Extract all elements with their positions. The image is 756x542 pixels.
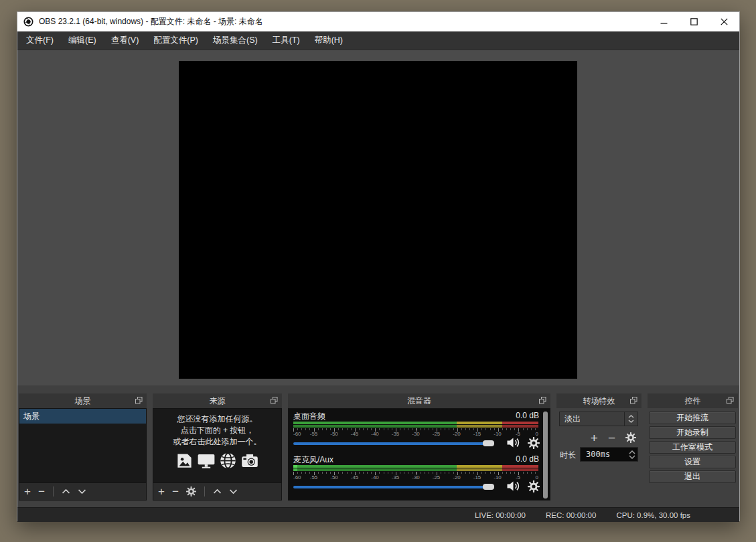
volume-slider-track[interactable] [293,486,486,488]
dock-float-icon[interactable] [630,397,637,404]
dock-float-icon[interactable] [539,397,546,404]
status-bar: LIVE: 00:00:00 REC: 00:00:00 CPU: 0.9%, … [17,507,739,522]
close-button[interactable] [709,12,739,31]
exit-button[interactable]: 退出 [649,470,736,483]
meter-tick-label: -45 [351,474,359,480]
channel-settings-gear-icon[interactable] [528,480,540,492]
menu-help[interactable]: 帮助(H) [307,31,350,50]
dock-float-icon[interactable] [727,397,734,404]
duration-input[interactable]: 300ms [580,447,638,462]
duration-spinner[interactable] [626,448,637,461]
remove-transition-button[interactable]: − [608,432,615,444]
meter-tick-label: -60 [293,474,301,480]
maximize-button[interactable] [679,12,709,31]
meter-tick-label: -35 [392,431,400,437]
mic-live-level [293,465,297,471]
volume-slider[interactable] [293,440,494,447]
meter-tick-label: -5 [516,474,520,480]
menu-profile[interactable]: 配置文件(P) [146,31,206,50]
meter-tick-label: -20 [453,431,461,437]
chevron-up-icon [628,415,634,418]
menu-edit[interactable]: 编辑(E) [61,31,104,50]
scene-list-item[interactable]: 场景 [19,409,146,424]
channel-name: 麦克风/Aux [293,454,333,464]
title-bar[interactable]: OBS 23.2.1 (64-bit, windows) - 配置文件: 未命名… [17,12,739,31]
transitions-panel: 转场特效 淡出 + − [556,393,641,501]
add-source-button[interactable]: + [158,486,165,497]
meter-tick-label: -15 [473,474,481,480]
transition-duration-row: 时长 300ms [559,447,638,462]
toolbar-divider [53,486,54,496]
scene-down-button[interactable] [78,488,86,494]
menu-bar: 文件(F) 编辑(E) 查看(V) 配置文件(P) 场景集合(S) 工具(T) … [17,31,739,50]
meter-tick-label: -30 [412,474,420,480]
menu-scene-collection[interactable]: 场景集合(S) [206,31,265,50]
volume-slider-handle[interactable] [483,484,494,490]
meter-tick-label: -55 [310,474,318,480]
controls-panel-header[interactable]: 控件 [648,393,738,408]
source-down-button[interactable] [229,488,238,494]
settings-button[interactable]: 设置 [649,456,736,468]
minimize-button[interactable] [649,12,679,31]
chevron-up-icon [629,450,635,454]
menu-file[interactable]: 文件(F) [19,31,61,50]
live-time: LIVE: 00:00:00 [475,511,526,519]
volume-slider[interactable] [293,484,494,490]
preview-area[interactable] [17,50,739,385]
transitions-panel-title: 转场特效 [583,395,615,407]
transitions-panel-header[interactable]: 转场特效 [556,393,641,408]
scenes-panel-header[interactable]: 场景 [19,393,147,408]
rec-time: REC: 00:00:00 [546,511,596,519]
transition-select[interactable]: 淡出 [559,412,638,426]
sources-panel-header[interactable]: 来源 [153,393,282,408]
menu-tools[interactable]: 工具(T) [265,31,307,50]
camera-source-icon [240,452,259,470]
add-scene-button[interactable]: + [24,486,31,497]
scenes-list[interactable]: 场景 [19,408,147,483]
mixer-panel-header[interactable]: 混音器 [288,393,550,408]
meter-tick-label: -10 [494,474,502,480]
program-canvas[interactable] [179,61,577,379]
meter-tick-label: -50 [330,431,338,437]
source-up-button[interactable] [213,488,222,494]
dock-float-icon[interactable] [271,397,278,404]
volume-slider-track[interactable] [293,442,486,445]
window-title: OBS 23.2.1 (64-bit, windows) - 配置文件: 未命名… [39,16,263,27]
dock-area: 场景 场景 + − 来源 [17,385,739,507]
hint-line-1: 您还没有添加任何源。 [153,414,281,425]
sources-toolbar: + − [153,483,282,501]
source-properties-gear-icon[interactable] [186,486,196,496]
remove-source-button[interactable]: − [172,486,179,497]
toolbar-divider [204,486,205,496]
channel-settings-gear-icon[interactable] [528,437,540,449]
transition-select-spinner[interactable] [624,412,637,426]
mute-speaker-icon[interactable] [506,480,521,492]
start-streaming-button[interactable]: 开始推流 [649,412,736,424]
transition-toolbar: + − [591,430,636,445]
add-transition-button[interactable]: + [591,432,598,444]
chevron-down-icon [628,420,634,423]
source-type-icons [153,452,281,470]
start-recording-button[interactable]: 开始录制 [649,426,736,439]
transition-properties-gear-icon[interactable] [625,432,636,443]
mixer-panel: 混音器 桌面音频 0.0 dB -60-55-50-45-40-35-30-25… [288,393,550,501]
remove-scene-button[interactable]: − [38,486,45,497]
studio-mode-button[interactable]: 工作室模式 [649,441,736,454]
duration-value: 300ms [581,450,626,459]
scenes-panel: 场景 场景 + − [19,393,147,501]
scene-up-button[interactable] [62,488,70,494]
obs-main-window: OBS 23.2.1 (64-bit, windows) - 配置文件: 未命名… [17,11,740,521]
sources-empty-hint[interactable]: 您还没有添加任何源。 点击下面的 + 按钮， 或者右击此处添加一个。 [153,408,282,483]
scenes-panel-title: 场景 [75,395,91,407]
meter-tick-label: -40 [371,474,379,480]
scenes-toolbar: + − [19,483,147,501]
mute-speaker-icon[interactable] [506,437,521,448]
dock-float-icon[interactable] [135,397,143,404]
hint-line-3: 或者右击此处添加一个。 [153,436,281,448]
menu-view[interactable]: 查看(V) [104,31,147,50]
volume-meter [293,465,538,471]
mixer-scrollbar[interactable] [543,412,548,499]
browser-source-icon [219,452,237,470]
volume-slider-handle[interactable] [483,440,494,446]
meter-tick-label: -40 [371,431,379,437]
